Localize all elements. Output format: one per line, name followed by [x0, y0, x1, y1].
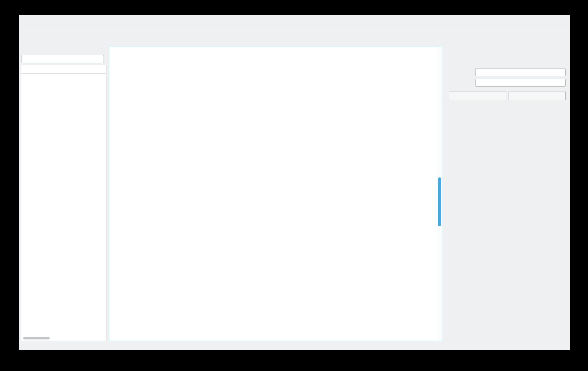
horizontal-scrollbar[interactable] [23, 337, 50, 339]
scrollbar-thumb[interactable] [438, 177, 441, 226]
search-input[interactable] [22, 55, 104, 63]
labplot-window [19, 15, 570, 350]
notebook-scrollbar[interactable] [437, 47, 442, 341]
search-row [21, 55, 106, 65]
backend-tabs [446, 55, 568, 64]
workspace [19, 45, 570, 343]
notebook-view [109, 47, 442, 341]
backend-dock-header [446, 47, 568, 55]
notebook-content [109, 47, 437, 341]
project-explorer-header [21, 47, 106, 55]
statusbar [19, 343, 570, 350]
titlebar[interactable] [19, 15, 570, 24]
name-input[interactable] [475, 68, 566, 76]
backend-panel-body [446, 64, 568, 341]
comment-input[interactable] [475, 79, 566, 87]
menubar [19, 24, 570, 32]
restart-backend-button[interactable] [509, 91, 566, 100]
evaluate-worksheet-button[interactable] [449, 91, 506, 100]
toolbar [19, 32, 570, 45]
tree-header [21, 65, 106, 74]
backend-dock [446, 47, 568, 341]
project-tree [21, 65, 106, 341]
project-explorer-dock [21, 47, 106, 341]
